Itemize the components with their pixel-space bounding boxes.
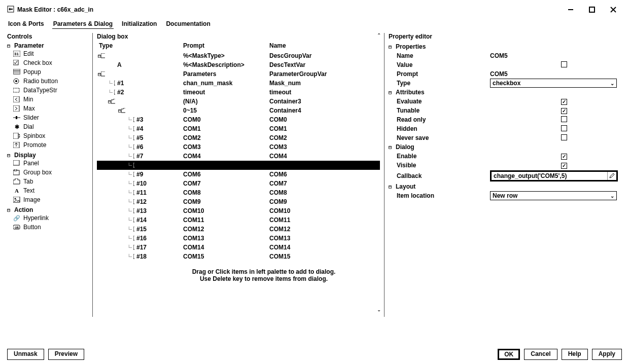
palette-image[interactable]: Image	[13, 195, 88, 204]
prop-readonly-checkbox[interactable]	[561, 116, 567, 122]
ok-button[interactable]: OK	[498, 349, 520, 360]
prop-hidden-checkbox[interactable]	[561, 125, 567, 131]
dialog-row[interactable]: └╴#18COM15COM15	[97, 252, 380, 261]
maximize-button[interactable]	[583, 4, 601, 15]
dialog-row[interactable]: └╴#10COM7COM7	[97, 179, 380, 188]
dialog-row[interactable]: └╴#12COM9COM9	[97, 197, 380, 206]
prop-itemloc-select[interactable]: New row⌄	[490, 191, 617, 200]
prop-callback-label: Callback	[389, 172, 490, 179]
row-name: COM11	[269, 216, 380, 224]
dialog-row[interactable]: A%<MaskDescription>DescTextVar	[97, 60, 380, 69]
dialog-row[interactable]: └╴31#2timeouttimeout	[97, 88, 380, 97]
col-prompt[interactable]: Prompt	[183, 42, 269, 49]
dialog-row[interactable]: └╴#5COM2COM2	[97, 133, 380, 142]
palette-groupbox[interactable]: Group box	[13, 168, 88, 177]
tab-parameters-dialog[interactable]: Parameters & Dialog	[52, 19, 114, 29]
tree-branch-icon: └╴	[127, 117, 133, 123]
cancel-button[interactable]: Cancel	[524, 349, 557, 360]
minimize-button[interactable]	[562, 4, 579, 15]
scroll-down-icon[interactable]: ˇ	[378, 310, 380, 317]
divider[interactable]	[92, 33, 93, 317]
tab-documentation[interactable]: Documentation	[165, 19, 211, 29]
prop-hidden-label: Hidden	[389, 125, 490, 132]
scroll-up-icon[interactable]: ˆ	[378, 33, 380, 40]
collapse-icon: ⊟	[389, 184, 394, 190]
unmask-button[interactable]: Unmask	[7, 349, 44, 360]
prop-evaluate-label: Evaluate	[389, 98, 490, 105]
col-type[interactable]: Type	[97, 42, 183, 49]
palette-slider[interactable]: Slider	[13, 113, 88, 122]
section-label: Dialog	[396, 143, 414, 151]
prop-tunable-checkbox[interactable]	[561, 108, 567, 114]
popup-icon	[13, 68, 20, 76]
row-type-label: #4	[136, 125, 143, 132]
section-layout[interactable]: ⊟Layout	[389, 182, 622, 191]
prop-evaluate-checkbox[interactable]	[561, 99, 567, 105]
tab-initialization[interactable]: Initialization	[121, 19, 158, 29]
preview-button[interactable]: Preview	[48, 349, 84, 360]
dialog-row[interactable]: └╴#14COM11COM11	[97, 215, 380, 225]
palette-dial[interactable]: ✱Dial	[13, 122, 88, 131]
group-parameter[interactable]: ⊟ Parameter	[7, 42, 88, 49]
row-prompt: %<MaskDescription>	[183, 61, 269, 68]
dialog-row[interactable]: └╴#6COM3COM3	[97, 142, 380, 152]
palette-popup[interactable]: Popup	[13, 67, 88, 77]
palette-promote[interactable]: Promote	[13, 140, 88, 150]
dialog-row[interactable]: └╴#7COM4COM4	[97, 152, 380, 161]
palette-edit[interactable]: 31Edit	[13, 49, 88, 58]
section-dialog[interactable]: ⊟Dialog	[389, 142, 622, 152]
section-properties[interactable]: ⊟Properties	[389, 42, 622, 51]
help-button[interactable]: Help	[562, 349, 588, 360]
row-type-icon	[108, 62, 115, 68]
row-type-icon: └╴	[127, 244, 134, 250]
dialog-row[interactable]: └╴#11COM8COM8	[97, 188, 380, 197]
prop-visible-checkbox[interactable]	[561, 163, 567, 169]
prop-enable-checkbox[interactable]	[561, 154, 567, 160]
palette-tab[interactable]: Tab	[13, 177, 88, 186]
dialog-row[interactable]: └╴#15COM12COM12	[97, 225, 380, 234]
close-button[interactable]	[605, 4, 622, 15]
dialog-row[interactable]: ⊟0~15Container4	[97, 106, 380, 115]
prop-neversave-checkbox[interactable]	[561, 134, 567, 140]
dialog-row[interactable]: └╴#3COM0COM0	[97, 115, 380, 124]
palette-radio[interactable]: Radio button	[13, 77, 88, 86]
palette-datatype[interactable]: DataTypeStr	[13, 86, 88, 95]
dialog-row[interactable]: └╴#17COM14COM14	[97, 243, 380, 252]
prop-type-select[interactable]: checkbox⌄	[490, 79, 617, 88]
prop-neversave-label: Never save	[389, 134, 490, 141]
dialog-row[interactable]: └╴	[97, 161, 380, 170]
tab-icon-ports[interactable]: Icon & Ports	[7, 19, 45, 29]
palette-hyperlink[interactable]: 🔗Hyperlink	[13, 213, 88, 223]
palette-max[interactable]: Max	[13, 104, 88, 113]
palette-min[interactable]: Min	[13, 95, 88, 104]
apply-button[interactable]: Apply	[592, 349, 622, 360]
row-type-label: #10	[136, 180, 147, 187]
slider-icon	[13, 114, 20, 121]
prop-callback-input[interactable]: change_output('COM5',5)	[490, 170, 618, 181]
divider[interactable]	[384, 33, 385, 317]
dialog-row[interactable]: ⊟%<MaskType>DescGroupVar	[97, 51, 380, 60]
dialog-row[interactable]: └╴#16COM13COM13	[97, 234, 380, 243]
group-display[interactable]: ⊟ Display	[7, 152, 88, 159]
prop-name-value[interactable]: COM5	[490, 52, 508, 59]
group-action-label: Action	[14, 206, 33, 213]
dialog-row[interactable]: └╴#4COM1COM1	[97, 124, 380, 133]
palette-spinbox[interactable]: Spinbox	[13, 131, 88, 140]
dialog-row[interactable]: ⊟(N/A)Container3	[97, 97, 380, 106]
palette-checkbox[interactable]: Check box	[13, 58, 88, 67]
pencil-icon[interactable]	[607, 172, 615, 180]
row-type-icon: └╴	[127, 208, 134, 214]
group-action[interactable]: ⊟ Action	[7, 206, 88, 213]
palette-text[interactable]: AText	[13, 186, 88, 195]
section-attributes[interactable]: ⊟Attributes	[389, 88, 622, 97]
prop-value-checkbox[interactable]	[561, 61, 567, 67]
dialog-row[interactable]: ⊟ParametersParameterGroupVar	[97, 69, 380, 79]
palette-button[interactable]: okButton	[13, 223, 88, 232]
dialog-row[interactable]: └╴#9COM6COM6	[97, 170, 380, 179]
palette-panel[interactable]: Panel	[13, 159, 88, 168]
col-name[interactable]: Name	[269, 42, 380, 49]
dialog-row[interactable]: └╴31#1chan_num_maskMask_num	[97, 79, 380, 88]
prop-prompt-value[interactable]: COM5	[490, 70, 508, 78]
dialog-row[interactable]: └╴#13COM10COM10	[97, 206, 380, 215]
row-type-label: #12	[136, 198, 147, 205]
